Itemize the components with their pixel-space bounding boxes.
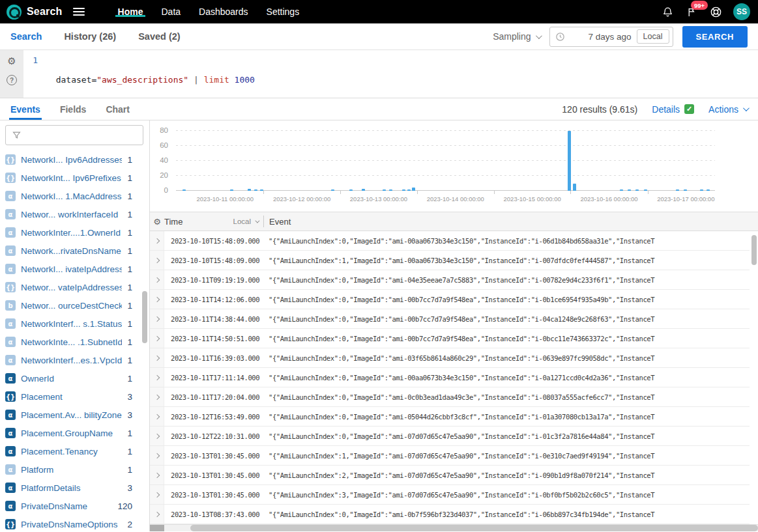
expand-row-control[interactable]	[150, 251, 164, 270]
details-checkbox[interactable]: ✓	[684, 104, 694, 114]
expand-row-control[interactable]	[150, 231, 164, 250]
table-row[interactable]: 2023-10-13T01:30:45.000 "{"AmiLaunchInde…	[150, 446, 750, 466]
chart-bar[interactable]	[568, 131, 571, 191]
search-tab[interactable]: History (26)	[64, 31, 116, 42]
table-row[interactable]: 2023-10-11T09:19:19.000 "{"AmiLaunchInde…	[150, 270, 750, 290]
results-tab-events[interactable]: Events	[10, 98, 40, 120]
field-item[interactable]: {} Networ... vateIpAddresses 1	[5, 278, 149, 296]
chart-bar[interactable]	[700, 189, 703, 191]
chart-bar[interactable]	[383, 189, 386, 191]
details-toggle[interactable]: Details ✓	[652, 104, 694, 115]
chart-bar[interactable]	[182, 189, 186, 191]
chart-bar[interactable]	[620, 189, 623, 191]
chart-bar[interactable]	[644, 189, 647, 191]
field-item[interactable]: α Placement.GroupName 1	[5, 424, 149, 442]
expand-row-control[interactable]	[150, 446, 164, 465]
expand-row-control[interactable]	[150, 368, 164, 387]
nav-item-home[interactable]: Home	[109, 7, 153, 17]
expand-row-control[interactable]	[150, 290, 164, 309]
notifications-bell-icon[interactable]	[661, 5, 674, 18]
field-item[interactable]: α PlatformDetails 3	[5, 479, 149, 497]
table-row[interactable]: 2023-10-13T01:30:45.000 "{"AmiLaunchInde…	[150, 485, 750, 505]
timezone-local-button[interactable]: Local	[637, 29, 669, 44]
field-item[interactable]: α NetworkI... ivateIpAddress 1	[5, 260, 149, 278]
table-row[interactable]: 2023-10-11T14:12:06.000 "{"AmiLaunchInde…	[150, 290, 750, 309]
table-row[interactable]: 2023-10-11T14:38:44.000 "{"AmiLaunchInde…	[150, 309, 750, 329]
expand-row-control[interactable]	[150, 309, 164, 328]
table-row[interactable]: 2023-10-11T14:50:51.000 "{"AmiLaunchInde…	[150, 329, 750, 348]
menu-icon[interactable]	[73, 8, 85, 16]
table-row[interactable]: 2023-10-13T01:30:45.000 "{"AmiLaunchInde…	[150, 466, 750, 485]
nav-item-dashboards[interactable]: Dashboards	[190, 7, 257, 17]
field-item[interactable]: α NetworkI... 1.MacAddress 1	[5, 187, 149, 205]
table-settings-gear-icon[interactable]: ⚙	[153, 217, 161, 227]
sampling-dropdown[interactable]: Sampling	[493, 31, 540, 42]
editor-help-icon[interactable]: ?	[7, 75, 17, 85]
expand-row-control[interactable]	[150, 387, 164, 406]
field-filter-input[interactable]	[5, 125, 143, 145]
expand-row-control[interactable]	[150, 466, 164, 484]
field-item[interactable]: α Networ... workInterfaceId 1	[5, 205, 149, 223]
field-item[interactable]: α Placement.Av... bilityZone 3	[5, 406, 149, 424]
field-item[interactable]: {} PrivateDnsNameOptions 2	[5, 515, 149, 531]
actions-dropdown[interactable]: Actions	[708, 104, 748, 115]
table-row[interactable]: 2023-10-10T15:48:09.000 "{"AmiLaunchInde…	[150, 231, 750, 251]
chart-bar[interactable]	[402, 189, 405, 191]
expand-row-control[interactable]	[150, 407, 164, 426]
field-item[interactable]: α PrivateDnsName 120	[5, 497, 149, 515]
chart-bar[interactable]	[684, 189, 687, 191]
nav-item-settings[interactable]: Settings	[257, 7, 309, 17]
table-row[interactable]: 2023-10-13T08:37:43.000 "{"AmiLaunchInde…	[150, 505, 750, 524]
table-row[interactable]: 2023-10-10T15:48:09.000 "{"AmiLaunchInde…	[150, 251, 750, 270]
chart-bar[interactable]	[407, 189, 411, 191]
nav-item-data[interactable]: Data	[152, 7, 190, 17]
table-row[interactable]: 2023-10-11T16:39:03.000 "{"AmiLaunchInde…	[150, 348, 750, 368]
editor-settings-gear-icon[interactable]: ⚙	[7, 55, 16, 67]
expand-row-control[interactable]	[150, 329, 164, 348]
chart-bar[interactable]	[635, 189, 639, 191]
time-range-input[interactable]: 7 days ago Local	[549, 27, 673, 47]
expand-row-control[interactable]	[150, 485, 164, 504]
field-item[interactable]: α NetworkInterf...es.1.VpcId 1	[5, 351, 149, 369]
user-avatar[interactable]: SS	[733, 3, 750, 20]
query-input[interactable]: dataset="aws_descriptions" | limit 1000	[42, 50, 758, 98]
timezone-dropdown[interactable]: Local	[233, 217, 264, 225]
help-lifebuoy-icon[interactable]	[709, 5, 722, 18]
field-item[interactable]: α NetworkInte... .1.SubnetId 1	[5, 333, 149, 351]
chart-bar[interactable]	[230, 189, 233, 191]
field-item[interactable]: b Networ... ourceDestCheck 1	[5, 296, 149, 315]
expand-row-control[interactable]	[150, 348, 164, 367]
sidebar-scrollbar[interactable]	[142, 291, 147, 343]
field-item[interactable]: α OwnerId 1	[5, 369, 149, 387]
search-tab[interactable]: Search	[10, 31, 42, 42]
chart-bar[interactable]	[362, 189, 365, 191]
chart-bar[interactable]	[707, 189, 710, 191]
whats-new-flag-icon[interactable]: 99+	[685, 5, 698, 18]
chart-bar[interactable]	[412, 188, 415, 191]
field-item[interactable]: {} NetworkInt... Ipv6Prefixes 1	[5, 169, 149, 187]
chart-bar[interactable]	[389, 189, 392, 191]
table-row[interactable]: 2023-10-11T17:11:14.000 "{"AmiLaunchInde…	[150, 368, 750, 387]
table-row[interactable]: 2023-10-12T22:10:31.000 "{"AmiLaunchInde…	[150, 427, 750, 446]
field-item[interactable]: {} Placement 3	[5, 387, 149, 406]
vertical-scrollbar-thumb[interactable]	[751, 235, 757, 265]
field-item[interactable]: α Placement.Tenancy 1	[5, 442, 149, 460]
results-tab-chart[interactable]: Chart	[106, 98, 130, 120]
app-logo-icon[interactable]	[7, 5, 22, 20]
horizontal-scrollbar-thumb[interactable]	[190, 525, 758, 531]
results-tab-fields[interactable]: Fields	[60, 98, 86, 120]
chart-bar[interactable]	[676, 189, 679, 191]
expand-row-control[interactable]	[150, 270, 164, 289]
field-item[interactable]: α NetworkInter....1.OwnerId 1	[5, 223, 149, 242]
field-item[interactable]: α Network...rivateDnsName 1	[5, 242, 149, 260]
search-button[interactable]: SEARCH	[682, 26, 748, 48]
expand-row-control[interactable]	[150, 427, 164, 445]
table-row[interactable]: 2023-10-11T17:20:04.000 "{"AmiLaunchInde…	[150, 387, 750, 407]
search-tab[interactable]: Saved (2)	[138, 31, 180, 42]
chart-bar[interactable]	[254, 189, 257, 191]
expand-row-control[interactable]	[150, 505, 164, 524]
field-item[interactable]: {} NetworkI... Ipv6Addresses 1	[5, 150, 149, 169]
chart-bar[interactable]	[248, 189, 251, 191]
chart-bar[interactable]	[628, 189, 631, 191]
field-item[interactable]: α Platform 1	[5, 460, 149, 479]
